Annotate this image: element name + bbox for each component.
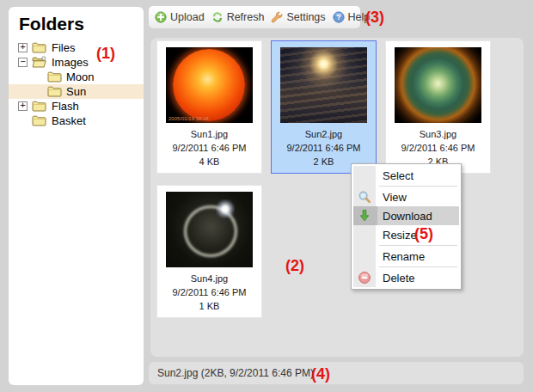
menu-item-download[interactable]: Download	[353, 206, 459, 225]
thumbnail-image[interactable]	[395, 47, 481, 123]
context-menu: Select View Download Resize Rename Delet…	[351, 163, 462, 290]
file-date: 9/2/2011 6:46 PM	[272, 141, 376, 155]
folder-closed-icon	[47, 70, 62, 83]
sun-photo	[173, 49, 245, 121]
status-text: Sun2.jpg (2KB, 9/2/2011 6:46 PM)	[157, 367, 314, 379]
menu-item-resize[interactable]: Resize	[353, 225, 459, 244]
menu-separator	[379, 186, 457, 187]
menu-icon-placeholder	[358, 249, 371, 263]
menu-item-label: View	[383, 191, 407, 204]
annotation-4: (4)	[311, 365, 330, 383]
folder-closed-icon	[32, 114, 46, 126]
upload-button[interactable]: Upload	[155, 11, 205, 23]
toolbar-button-label: Upload	[170, 11, 205, 23]
tree-item-files[interactable]: + Files	[9, 40, 144, 55]
sun-photo	[395, 47, 481, 123]
folder-closed-icon	[47, 85, 62, 97]
file-date: 9/2/2011 6:46 PM	[157, 141, 261, 155]
toolbar-button-label: Refresh	[227, 11, 265, 23]
folder-label: Images	[52, 55, 89, 70]
status-bar: Sun2.jpg (2KB, 9/2/2011 6:46 PM)	[149, 362, 524, 384]
thumbnail-image[interactable]: 2005/01/19 18:18	[166, 47, 253, 123]
folders-panel-title: Folders	[9, 7, 144, 40]
folder-tree: + Files − Images Moon Sun + Flash Basket	[9, 40, 144, 128]
refresh-button[interactable]: Refresh	[211, 11, 265, 23]
folder-open-icon	[32, 56, 46, 68]
refresh-icon	[211, 11, 224, 23]
tree-item-basket[interactable]: Basket	[9, 113, 144, 128]
menu-item-delete[interactable]: Delete	[353, 268, 459, 287]
menu-item-rename[interactable]: Rename	[353, 247, 459, 266]
file-manager-window: Folders + Files − Images Moon Sun + Flas…	[0, 0, 533, 392]
menu-item-label: Download	[383, 210, 432, 223]
folder-label: Files	[52, 40, 75, 55]
help-button[interactable]: ? Help	[333, 11, 371, 23]
menu-item-view[interactable]: View	[353, 187, 459, 206]
folder-label: Flash	[52, 99, 79, 113]
delete-icon	[358, 271, 371, 285]
file-name: Sun4.jpg	[157, 272, 261, 285]
file-size: 1 KB	[157, 299, 261, 313]
annotation-1: (1)	[96, 45, 115, 63]
upload-icon	[155, 11, 167, 23]
menu-item-label: Select	[383, 169, 414, 182]
expander-icon[interactable]: −	[18, 58, 28, 67]
file-date: 9/2/2011 6:46 PM	[157, 285, 261, 299]
settings-button[interactable]: Settings	[271, 11, 325, 23]
menu-icon-placeholder	[358, 168, 371, 182]
file-date: 9/2/2011 6:46 PM	[386, 141, 490, 155]
files-area: 2005/01/19 18:18 Sun1.jpg 9/2/2011 6:46 …	[150, 38, 524, 357]
file-thumbnail-card[interactable]: 2005/01/19 18:18 Sun1.jpg 9/2/2011 6:46 …	[156, 40, 262, 174]
tree-item-sun[interactable]: Sun	[9, 84, 144, 99]
toolbar-button-label: Settings	[286, 11, 325, 23]
file-name: Sun1.jpg	[157, 127, 261, 141]
magnifier-icon	[358, 190, 371, 204]
annotation-3: (3)	[365, 9, 384, 27]
folder-label: Sun	[66, 84, 86, 99]
menu-item-label: Delete	[383, 272, 415, 285]
thumbnail-image[interactable]	[166, 192, 253, 267]
folder-closed-icon	[32, 41, 46, 53]
file-name: Sun3.jpg	[386, 127, 490, 141]
photo-watermark: 2005/01/19 18:18	[168, 116, 209, 121]
annotation-2: (2)	[285, 257, 304, 275]
menu-separator	[379, 266, 457, 267]
eclipse-flare	[216, 199, 235, 218]
tree-item-images[interactable]: − Images	[9, 55, 144, 70]
help-icon: ?	[333, 11, 345, 23]
thumbnail-image[interactable]	[280, 47, 367, 123]
menu-icon-placeholder	[358, 228, 371, 242]
file-name: Sun2.jpg	[272, 127, 376, 141]
tree-item-moon[interactable]: Moon	[9, 70, 144, 84]
file-thumbnail-card[interactable]: Sun2.jpg 9/2/2011 6:46 PM 2 KB	[271, 40, 377, 174]
expander-icon[interactable]: +	[18, 43, 28, 52]
download-arrow-icon	[358, 209, 371, 223]
menu-item-label: Resize	[383, 229, 417, 242]
expander-icon[interactable]: +	[18, 101, 28, 111]
tree-item-flash[interactable]: + Flash	[9, 99, 144, 113]
file-size: 4 KB	[157, 155, 261, 168]
annotation-5: (5)	[414, 225, 433, 243]
folder-label: Moon	[66, 70, 95, 84]
toolbar: Upload Refresh Settings ? Help	[149, 6, 360, 28]
settings-wrench-icon	[271, 11, 283, 23]
file-thumbnail-card[interactable]: Sun3.jpg 9/2/2011 6:46 PM 2 KB	[385, 40, 491, 174]
menu-item-label: Rename	[383, 250, 425, 263]
file-thumbnail-card[interactable]: Sun4.jpg 9/2/2011 6:46 PM 1 KB	[156, 185, 262, 318]
menu-item-select[interactable]: Select	[353, 166, 459, 185]
folder-closed-icon	[32, 100, 46, 112]
menu-separator	[379, 245, 457, 246]
folder-label: Basket	[52, 113, 86, 128]
folders-panel: Folders + Files − Images Moon Sun + Flas…	[9, 7, 144, 385]
svg-text:?: ?	[336, 13, 340, 21]
